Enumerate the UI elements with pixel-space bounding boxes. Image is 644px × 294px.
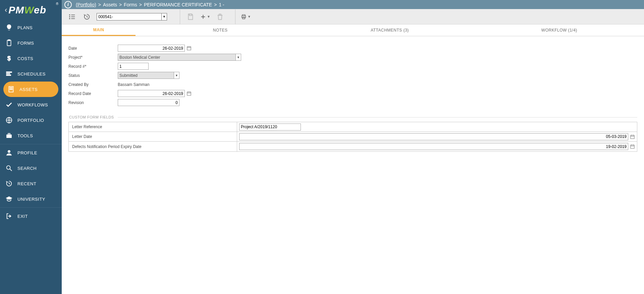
sidebar-item-search[interactable]: SEARCH bbox=[0, 160, 62, 176]
custom-field-value-cell bbox=[237, 122, 637, 132]
history-button[interactable] bbox=[82, 12, 92, 22]
chevron-down-icon: ▼ bbox=[248, 15, 251, 18]
input-letter-reference[interactable] bbox=[239, 124, 301, 131]
sidebar-item-tools[interactable]: TOOLS bbox=[0, 128, 62, 143]
check-icon bbox=[5, 100, 13, 109]
sidebar-item-exit[interactable]: EXIT bbox=[0, 208, 62, 224]
sidebar: ‹ PMWeb ® PLANS FORMS $ COSTS SCHEDULES … bbox=[0, 0, 62, 294]
sidebar-item-label: SEARCH bbox=[17, 166, 37, 171]
clipboard-icon bbox=[5, 39, 13, 47]
calendar-icon[interactable] bbox=[630, 144, 635, 149]
label-created-by: Created By bbox=[68, 82, 118, 87]
chevron-down-icon[interactable]: ▼ bbox=[235, 54, 241, 60]
sidebar-item-label: RECENT bbox=[17, 181, 36, 186]
breadcrumb-record-no: 1 bbox=[219, 2, 221, 7]
combo-value: Submitted bbox=[118, 72, 174, 79]
svg-rect-31 bbox=[187, 47, 191, 50]
record-selector[interactable]: ▼ bbox=[97, 13, 167, 20]
calendar-icon[interactable] bbox=[186, 91, 192, 96]
sidebar-item-label: PORTFOLIO bbox=[17, 118, 44, 123]
sidebar-item-schedules[interactable]: SCHEDULES bbox=[0, 66, 62, 82]
sidebar-item-recent[interactable]: RECENT bbox=[0, 176, 62, 191]
sidebar-item-portfolio[interactable]: PORTFOLIO bbox=[0, 112, 62, 128]
calendar-icon[interactable] bbox=[630, 134, 635, 139]
sidebar-item-profile[interactable]: PROFILE bbox=[0, 145, 62, 160]
sidebar-item-forms[interactable]: FORMS bbox=[0, 35, 62, 51]
dollar-icon: $ bbox=[5, 54, 13, 63]
chevron-down-icon: ▼ bbox=[207, 15, 210, 18]
info-icon[interactable]: i bbox=[64, 1, 72, 8]
svg-rect-27 bbox=[219, 14, 221, 15]
custom-field-value-cell bbox=[237, 142, 637, 151]
toolbox-icon bbox=[5, 131, 13, 140]
sidebar-item-workflows[interactable]: WORKFLOWS bbox=[0, 97, 62, 112]
lightbulb-icon bbox=[5, 23, 13, 32]
custom-field-value-cell bbox=[237, 132, 637, 141]
registered-mark: ® bbox=[56, 2, 58, 6]
svg-rect-12 bbox=[7, 135, 12, 138]
svg-line-16 bbox=[10, 169, 12, 171]
input-date[interactable] bbox=[118, 45, 185, 52]
sidebar-item-plans[interactable]: PLANS bbox=[0, 20, 62, 35]
input-letter-date[interactable] bbox=[239, 133, 628, 140]
input-defects-expiry-date[interactable] bbox=[239, 143, 628, 150]
breadcrumb-forms[interactable]: Forms bbox=[124, 2, 137, 7]
svg-rect-0 bbox=[7, 40, 11, 46]
delete-button[interactable] bbox=[215, 12, 225, 22]
tab-workflow[interactable]: WORKFLOW (1/4) bbox=[475, 24, 644, 36]
combo-value: Boston Medical Center bbox=[118, 54, 235, 60]
bars-icon bbox=[5, 69, 13, 78]
chevron-down-icon[interactable]: ▼ bbox=[161, 13, 167, 20]
tab-attachments[interactable]: ATTACHMENTS (3) bbox=[305, 24, 474, 36]
chevron-down-icon[interactable]: ▼ bbox=[174, 72, 179, 79]
save-button[interactable] bbox=[185, 12, 196, 22]
sidebar-item-label: PROFILE bbox=[17, 150, 37, 155]
svg-rect-10 bbox=[11, 89, 12, 90]
custom-field-label: Defects Notification Period Expiry Date bbox=[69, 142, 237, 151]
logo[interactable]: ‹ PMWeb ® bbox=[0, 0, 62, 20]
svg-point-21 bbox=[69, 16, 70, 17]
sidebar-divider bbox=[0, 207, 62, 208]
svg-rect-35 bbox=[187, 92, 191, 95]
input-revision[interactable] bbox=[118, 99, 179, 106]
divider-line bbox=[118, 117, 637, 117]
calendar-icon[interactable] bbox=[186, 46, 192, 51]
form-area: Date Project* Boston Medical Center ▼ Re… bbox=[62, 36, 644, 294]
breadcrumb-sep: > bbox=[214, 2, 217, 7]
svg-rect-43 bbox=[631, 145, 634, 148]
sidebar-item-university[interactable]: UNIVERSITY bbox=[0, 191, 62, 207]
svg-rect-4 bbox=[6, 73, 10, 74]
sidebar-item-label: PLANS bbox=[17, 25, 33, 30]
breadcrumb-portfolio[interactable]: (Portfolio) bbox=[76, 2, 96, 7]
input-record-no[interactable] bbox=[118, 63, 149, 70]
sidebar-item-assets[interactable]: ASSETS bbox=[3, 82, 58, 97]
custom-field-row: Letter Date bbox=[69, 132, 637, 142]
tab-notes[interactable]: NOTES bbox=[136, 24, 305, 36]
exit-icon bbox=[5, 212, 13, 220]
breadcrumb-form-type[interactable]: PERFORMANCE CERTIFICATE bbox=[144, 2, 212, 7]
field-status: Status Submitted ▼ bbox=[68, 71, 637, 80]
search-icon bbox=[5, 164, 13, 173]
combo-status[interactable]: Submitted ▼ bbox=[118, 72, 179, 79]
sidebar-item-costs[interactable]: $ COSTS bbox=[0, 51, 62, 66]
print-button[interactable]: ▼ bbox=[241, 12, 251, 22]
add-button[interactable]: ▼ bbox=[200, 12, 210, 22]
breadcrumb-assets[interactable]: Assets bbox=[103, 2, 117, 7]
input-record-date[interactable] bbox=[118, 90, 185, 97]
combo-project[interactable]: Boston Medical Center ▼ bbox=[118, 54, 241, 61]
sidebar-item-label: UNIVERSITY bbox=[17, 197, 45, 202]
record-selector-input[interactable] bbox=[97, 13, 161, 20]
field-created-by: Created By Bassam Samman bbox=[68, 80, 637, 89]
svg-point-20 bbox=[69, 14, 70, 15]
toolbar: ▼ ▼ ▼ bbox=[62, 9, 644, 24]
svg-point-22 bbox=[69, 18, 70, 19]
tab-main[interactable]: MAIN bbox=[62, 24, 136, 36]
field-project: Project* Boston Medical Center ▼ bbox=[68, 53, 637, 62]
list-view-button[interactable] bbox=[67, 12, 77, 22]
svg-rect-5 bbox=[6, 75, 11, 76]
sidebar-item-label: COSTS bbox=[17, 56, 33, 61]
value-created-by: Bassam Samman bbox=[118, 82, 150, 87]
custom-field-label: Letter Date bbox=[69, 132, 237, 141]
svg-rect-39 bbox=[631, 135, 634, 139]
sidebar-item-label: EXIT bbox=[17, 214, 28, 219]
